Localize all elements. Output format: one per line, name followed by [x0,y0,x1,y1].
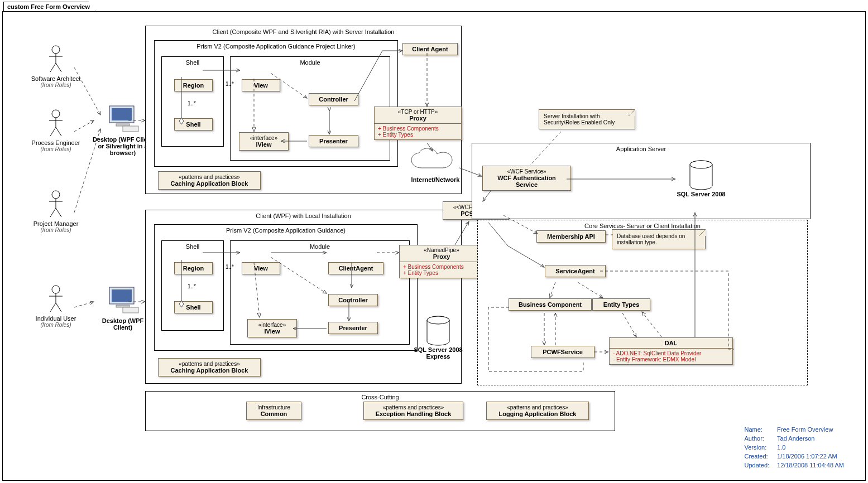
actor-label: Individual User [25,315,87,322]
note-server-install: Server Installation with Security\Roles … [539,109,635,129]
box-common: InfrastructureCommon [246,402,301,420]
box-dal: DAL - ADO.NET: SqlClient Data Provider- … [609,337,733,365]
actor-from: (from Roles) [25,146,87,152]
multiplicity: 1..* [226,264,234,270]
box-et: Entity Types [592,298,650,311]
multiplicity: 1..* [188,100,196,107]
box-bc: Business Component [509,298,592,311]
box-cache2: «patterns and practices»Caching Applicat… [158,358,261,376]
frame-title: Module [310,243,330,250]
svg-point-15 [52,286,60,293]
svg-line-4 [56,63,61,72]
svg-rect-23 [123,126,138,132]
frame-title: Shell [186,59,199,66]
actor-from: (from Roles) [25,322,87,328]
box-clientagent1: Client Agent [402,43,458,55]
svg-line-8 [50,127,56,136]
svg-rect-22 [116,124,130,126]
frame-title: Client (WPF) with Local Installation [256,212,351,219]
db-sql: SQL Server 2008 [676,160,726,197]
node-desktop-1: Desktop (WPF Client or Silverlight in a … [92,104,154,156]
box-iview2: «interface»IView [247,319,297,337]
frame-crosscut: Cross-Cutting InfrastructureCommon «patt… [145,391,615,431]
box-membership: Membership API [536,230,606,243]
actor-from: (from Roles) [25,82,87,88]
frame-module2: Module View ClientAgent Controller «inte… [230,240,410,345]
actor-label: Process Engineer [25,139,87,146]
box-controller1: Controller [309,93,358,105]
frame-prism2: Prism V2 (Composite Application Guidance… [154,224,418,351]
svg-rect-21 [112,108,132,120]
frame-coreservices: Core Services- Server or Client Installa… [477,220,808,385]
svg-point-29 [427,316,449,324]
actor-individual-user: Individual User (from Roles) [25,285,87,328]
frame-shell2: Shell Region 1..* Shell [161,240,224,331]
node-desktop-2: Desktop (WPF Client) [92,285,154,331]
frame-title: Prism V2 (Composite Application Guidance… [196,43,355,50]
cloud-internet: Internet/Network [405,148,466,183]
meta-table: Name:Free Form Overview Author:Tad Ander… [740,424,848,470]
frame-title: Module [300,59,320,66]
multiplicity: 1..* [188,283,196,289]
box-clientagent2: ClientAgent [328,262,383,274]
frame-prism1: Prism V2 (Composite Application Guidance… [154,40,398,167]
svg-line-3 [50,63,56,72]
actor-process-engineer: Process Engineer (from Roles) [25,109,87,152]
box-shell2: Shell [174,301,213,313]
box-view2: View [242,262,280,274]
svg-line-18 [50,303,56,312]
box-presenter2: Presenter [328,322,378,334]
box-view1: View [242,79,280,91]
box-serviceagent: ServiceAgent [545,265,606,277]
frame-title: Cross-Cutting [361,394,399,400]
svg-point-0 [52,46,60,54]
actor-label: Software Architect [25,75,87,82]
cloud-label: Internet/Network [405,176,466,183]
actor-from: (from Roles) [25,227,87,233]
actor-software-architect: Software Architect (from Roles) [25,45,87,88]
box-exception: «patterns and practices»Exception Handli… [363,402,463,420]
box-region2: Region [174,262,213,274]
frame-title: Application Server [616,146,666,152]
svg-point-5 [52,110,60,118]
box-cache1: «patterns and practices»Caching Applicat… [158,171,261,190]
box-logging: «patterns and practices»Logging Applicat… [486,402,589,420]
frame-title: Shell [186,243,199,250]
frame-module1: Module View Controller «interface»IView … [230,56,390,161]
node-label: Desktop (WPF Client or Silverlight in a … [92,136,154,156]
frame-appserver: Application Server «WCF Service»WCF Auth… [472,143,811,219]
box-proxy-pipe: «NamedPipe»Proxy + Business Components+ … [399,245,484,278]
svg-rect-26 [116,305,130,307]
multiplicity: 1..* [226,81,234,87]
frame-shell1: Shell Region 1..* Shell [161,56,224,147]
note-db-depends: Database used depends on installation ty… [612,229,706,249]
box-region1: Region [174,79,213,91]
svg-line-13 [50,208,56,217]
box-pcwf: PCWFService [531,346,594,358]
svg-rect-27 [123,307,138,313]
diagram-outer: Software Architect (from Roles) Process … [2,11,866,481]
svg-line-9 [56,127,61,136]
tab-title: custom Free Form Overview [3,2,96,11]
db-label: SQL Server 2008 [676,191,726,197]
actor-project-manager: Project Manager (from Roles) [25,190,87,233]
svg-line-19 [56,303,61,312]
svg-point-31 [690,161,712,168]
box-iview1: «interface»IView [239,132,289,151]
box-shell1: Shell [174,118,213,131]
svg-rect-25 [112,289,132,302]
box-proxy-tcp: «TCP or HTTP»Proxy + Business Components… [374,107,462,140]
box-controller2: Controller [328,294,378,306]
node-label: Desktop (WPF Client) [92,317,154,331]
frame-title: Prism V2 (Composite Application Guidance… [226,227,346,234]
actor-label: Project Manager [25,220,87,227]
frame-title: Client (Composite WPF and Silverlight RI… [213,28,395,35]
svg-point-10 [52,191,60,199]
frame-title: Core Services- Server or Client Installa… [584,223,701,229]
box-wcf-auth: «WCF Service»WCF Authentication Service [482,166,571,191]
db-sql-express: SQL Server 2008 Express [413,316,463,360]
db-label: SQL Server 2008 Express [413,346,463,360]
box-presenter1: Presenter [309,135,358,147]
svg-line-14 [56,208,61,217]
